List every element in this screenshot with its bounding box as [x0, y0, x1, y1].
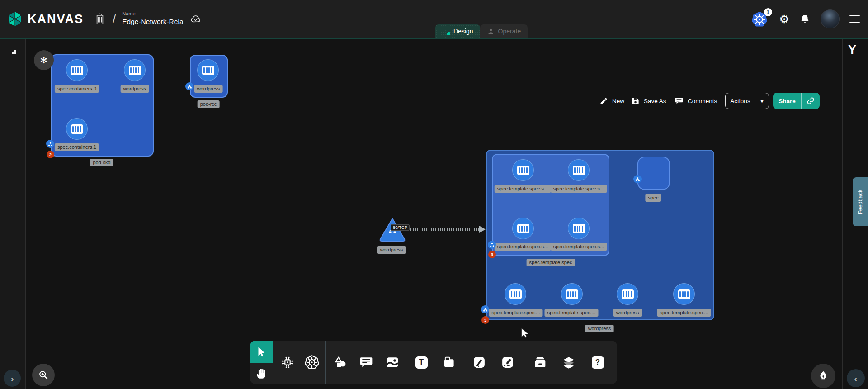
- k8s-resource-badge[interactable]: [46, 140, 54, 148]
- design-name-input[interactable]: [122, 18, 183, 28]
- container-node[interactable]: [673, 283, 695, 305]
- group-label: spec.template.spec: [527, 259, 575, 266]
- container-icon: [509, 289, 522, 299]
- y-shortcut-icon[interactable]: Y: [848, 43, 856, 57]
- pan-hand-tool[interactable]: [250, 363, 273, 384]
- save-as-button[interactable]: Save As: [631, 93, 666, 109]
- collapsed-node[interactable]: ✻: [34, 50, 54, 70]
- k8s-resource-badge[interactable]: [488, 241, 496, 249]
- container-node[interactable]: [124, 59, 146, 81]
- kubernetes-context-icon[interactable]: 1: [751, 10, 769, 28]
- tab-operate[interactable]: Operate: [480, 24, 528, 38]
- context-count-badge: 1: [764, 8, 772, 16]
- left-rail: ›: [0, 39, 26, 389]
- container-node[interactable]: [197, 59, 219, 81]
- error-count-badge[interactable]: 3: [481, 316, 489, 324]
- node-label: spec.containers.0: [55, 85, 99, 93]
- sync-pinwheel-icon[interactable]: [6, 44, 16, 54]
- brand-title: KANVAS: [28, 12, 84, 26]
- error-count-badge[interactable]: 3: [488, 251, 496, 258]
- note-icon: [442, 356, 456, 369]
- kanvas-app: KANVAS / Name Design Operate: [0, 0, 868, 389]
- pen-tool[interactable]: [469, 352, 489, 372]
- notifications-bell-icon[interactable]: [799, 14, 811, 25]
- edge-arrowhead-icon: [479, 226, 486, 233]
- new-button[interactable]: New: [599, 93, 624, 109]
- container-node[interactable]: [617, 283, 638, 305]
- comments-button[interactable]: Comments: [675, 93, 717, 109]
- container-node[interactable]: [568, 218, 590, 239]
- settings-gear-icon[interactable]: ⚙: [779, 14, 789, 25]
- actions-dropdown-button[interactable]: Actions ▾: [725, 93, 769, 109]
- app-header: KANVAS / Name Design Operate: [0, 0, 868, 38]
- note-tool[interactable]: [439, 352, 459, 372]
- container-icon: [202, 66, 214, 75]
- caret-down-icon[interactable]: ▾: [755, 98, 769, 104]
- design-name-field: Name: [122, 11, 183, 28]
- pencil-scribble-icon: [501, 356, 514, 369]
- right-divider: [842, 39, 843, 389]
- container-node[interactable]: [512, 218, 534, 239]
- share-button[interactable]: Share: [773, 93, 820, 109]
- design-canvas[interactable]: › ✻ spec.containers.0 wordpress spec.con…: [0, 38, 868, 389]
- kanvas-logo-icon[interactable]: [6, 9, 24, 28]
- node-label: spec.template.spec.s...: [551, 185, 607, 193]
- container-node[interactable]: [512, 159, 534, 181]
- container-node[interactable]: [66, 59, 88, 81]
- container-node[interactable]: [505, 283, 526, 305]
- organization-building-icon[interactable]: [94, 12, 106, 26]
- spec-node[interactable]: [637, 157, 670, 190]
- node-label: wordpress: [377, 246, 406, 254]
- toolbar-divider: [524, 341, 524, 384]
- image-tool[interactable]: [382, 352, 402, 372]
- components-tool[interactable]: [278, 352, 297, 372]
- canvas-toolbar: T ?: [250, 341, 617, 384]
- drawer-tool[interactable]: [530, 352, 550, 372]
- header-left: KANVAS / Name: [6, 0, 203, 38]
- select-tool[interactable]: [250, 341, 273, 363]
- container-node[interactable]: [561, 283, 583, 305]
- container-node[interactable]: [568, 159, 590, 181]
- mouse-cursor-icon: [519, 327, 531, 341]
- tab-design[interactable]: Design: [435, 24, 480, 38]
- error-count-badge[interactable]: 2: [47, 151, 54, 158]
- zoom-in-button[interactable]: [32, 364, 55, 386]
- k8s-resource-badge[interactable]: [633, 175, 642, 183]
- k8s-resource-badge[interactable]: [481, 305, 489, 313]
- k8s-resource-badge[interactable]: [185, 82, 193, 90]
- shapes-tool[interactable]: [330, 352, 350, 372]
- collapse-right-panel-button[interactable]: ‹: [847, 369, 865, 387]
- magnifier-plus-icon: [38, 369, 49, 381]
- container-icon: [517, 224, 529, 233]
- kubernetes-tool[interactable]: [302, 352, 322, 372]
- menu-hamburger-icon[interactable]: [849, 15, 860, 23]
- text-T-icon: T: [415, 356, 428, 369]
- feedback-tab[interactable]: Feedback: [853, 177, 868, 226]
- service-edge[interactable]: [406, 228, 481, 231]
- node-label: wordpress: [121, 85, 149, 93]
- toolbar-divider: [465, 341, 465, 384]
- group-label: wordpress: [585, 325, 614, 332]
- template-group[interactable]: [492, 154, 609, 256]
- node-label: wordpress: [613, 309, 642, 317]
- container-node[interactable]: [66, 118, 88, 140]
- ink-pen-button[interactable]: [811, 364, 835, 388]
- text-tool[interactable]: T: [411, 352, 431, 372]
- expand-left-panel-button[interactable]: ›: [4, 370, 21, 387]
- layers-tool[interactable]: [559, 352, 579, 372]
- layers-icon: [561, 355, 576, 370]
- pen-nib-icon: [817, 370, 830, 382]
- user-avatar[interactable]: [821, 9, 840, 28]
- node-label: spec: [645, 194, 661, 202]
- cursor-arrow-icon: [255, 346, 267, 358]
- design-pinwheel-icon: [442, 28, 450, 35]
- comment-tool[interactable]: [356, 352, 376, 372]
- help-tool[interactable]: ?: [588, 352, 608, 372]
- freehand-tool[interactable]: [498, 352, 518, 372]
- node-label: spec.template.spec.s...: [495, 185, 551, 193]
- node-label: wordpress: [194, 85, 223, 93]
- comment-icon: [675, 96, 684, 105]
- node-label: spec.template.spec.s...: [551, 243, 607, 251]
- drawer-archive-icon: [533, 355, 548, 370]
- copy-link-icon[interactable]: [802, 96, 820, 105]
